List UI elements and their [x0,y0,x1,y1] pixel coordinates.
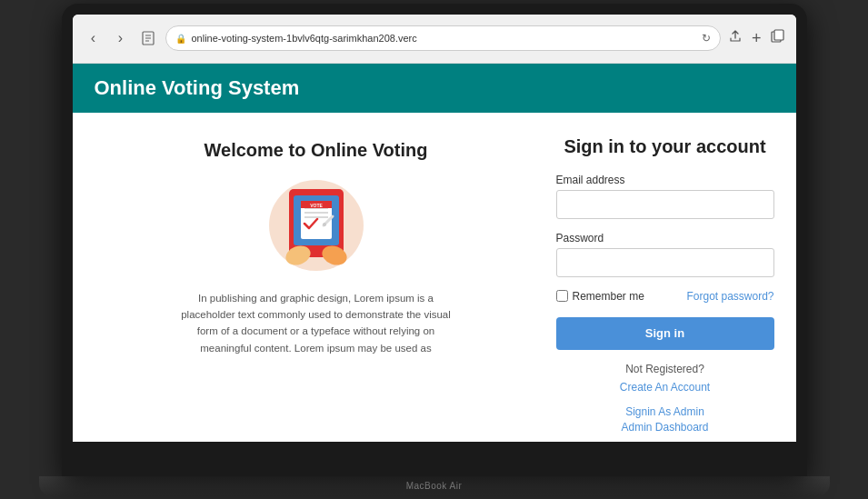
email-form-group: Email address [556,174,774,219]
svg-point-18 [323,223,326,226]
browser-chrome: ‹ › 🔒 online-voting-system-1bvlv6qtg-sar… [73,15,796,64]
bookmarks-icon[interactable] [138,28,158,48]
copy-tab-icon[interactable] [771,29,785,47]
remember-me-checkbox[interactable] [556,290,568,302]
reload-icon[interactable]: ↻ [702,32,711,45]
signin-title: Sign in to your account [556,136,774,157]
lorem-text: In publishing and graphic design, Lorem … [180,290,453,357]
voting-illustration: VOTE [262,175,371,275]
password-input[interactable] [556,248,774,277]
not-registered-text: Not Registered? [556,363,774,375]
svg-text:VOTE: VOTE [310,202,323,207]
app-content: Online Voting System Welcome to Online V… [73,64,796,442]
signin-button[interactable]: Sign in [556,317,774,350]
forgot-password-link[interactable]: Forgot password? [686,290,773,303]
password-form-group: Password [556,232,774,277]
laptop-label: MacBook Air [406,481,463,491]
signin-admin-link[interactable]: Signin As Admin [556,405,774,418]
address-bar[interactable]: 🔒 online-voting-system-1bvlv6qtg-sarimkh… [165,25,721,51]
back-button[interactable]: ‹ [84,28,104,48]
create-account-link[interactable]: Create An Account [620,381,710,394]
email-label: Email address [556,174,774,186]
remember-me-label[interactable]: Remember me [556,290,644,303]
laptop-body: ‹ › 🔒 online-voting-system-1bvlv6qtg-sar… [62,4,807,476]
app-body: Welcome to Online Voting [73,113,796,442]
svg-rect-5 [774,30,783,40]
new-tab-icon[interactable]: + [752,29,762,48]
right-panel: Sign in to your account Email address Pa… [556,131,774,436]
browser-actions: + [728,29,785,48]
register-section: Not Registered? Create An Account [556,363,774,394]
admin-links: Signin As Admin Admin Dashboard [556,405,774,434]
email-input[interactable] [556,190,774,219]
laptop-base: MacBook Air [39,476,830,496]
admin-dashboard-link[interactable]: Admin Dashboard [556,421,774,434]
app-header: Online Voting System [73,64,796,113]
remember-forgot-row: Remember me Forgot password? [556,290,774,303]
welcome-title: Welcome to Online Voting [205,140,428,161]
left-panel: Welcome to Online Voting [95,131,538,436]
app-title: Online Voting System [95,76,300,99]
forward-button[interactable]: › [111,28,131,48]
url-text: online-voting-system-1bvlv6qtg-sarimkhan… [192,33,417,44]
password-label: Password [556,232,774,245]
laptop-screen: ‹ › 🔒 online-voting-system-1bvlv6qtg-sar… [73,15,796,442]
share-icon[interactable] [728,29,743,47]
lock-icon: 🔒 [175,34,186,44]
